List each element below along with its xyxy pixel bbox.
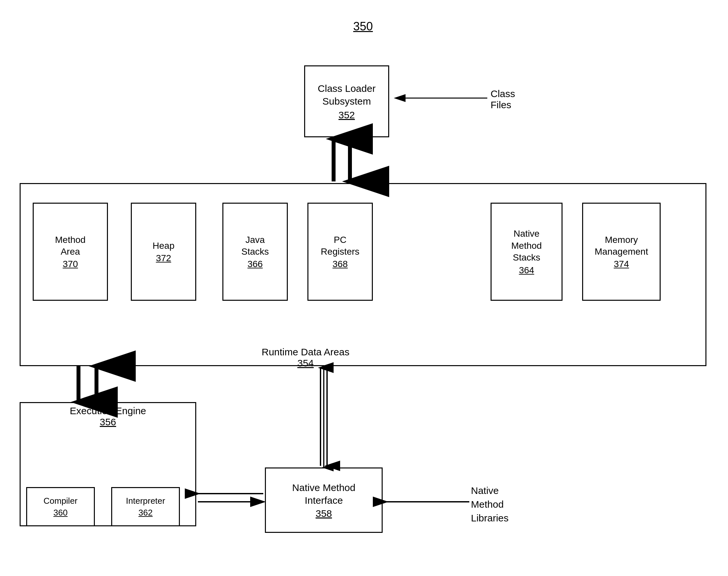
interpreter-box: Interpreter 362 — [111, 487, 180, 526]
class-loader-label: Class LoaderSubsystem — [318, 82, 376, 108]
method-area-label: MethodArea — [55, 234, 85, 258]
interpreter-number: 362 — [138, 508, 152, 518]
class-loader-box: Class LoaderSubsystem 352 — [304, 65, 389, 137]
java-stacks-number: 366 — [248, 259, 263, 269]
native-stacks-box: NativeMethodStacks 364 — [491, 203, 562, 301]
interpreter-label: Interpreter — [126, 496, 165, 507]
runtime-data-areas-label: Runtime Data Areas 354 — [262, 347, 349, 369]
native-stacks-label: NativeMethodStacks — [511, 228, 541, 263]
java-stacks-label: JavaStacks — [241, 234, 269, 258]
runtime-number: 354 — [262, 357, 349, 369]
diagram-title: 350 — [353, 20, 373, 33]
pc-registers-label: PCRegisters — [321, 234, 359, 258]
java-stacks-box: JavaStacks 366 — [222, 203, 288, 301]
compiler-label: Compiler — [44, 496, 78, 507]
execution-engine-label: Execution Engine 356 — [36, 405, 180, 428]
nmi-label: Native MethodInterface — [292, 481, 355, 507]
exec-engine-number: 356 — [36, 416, 180, 428]
pc-registers-number: 368 — [333, 259, 348, 269]
native-stacks-number: 364 — [519, 265, 534, 276]
nmi-number: 358 — [316, 508, 332, 519]
compiler-number: 360 — [53, 508, 67, 518]
method-area-number: 370 — [63, 259, 78, 269]
memory-mgmt-number: 374 — [614, 259, 629, 269]
pc-registers-box: PCRegisters 368 — [307, 203, 373, 301]
memory-mgmt-box: MemoryManagement 374 — [582, 203, 661, 301]
class-loader-number: 352 — [338, 110, 355, 121]
method-area-box: MethodArea 370 — [33, 203, 108, 301]
diagram: 350 Class LoaderSubsystem 352 ClassFiles… — [0, 0, 728, 576]
memory-mgmt-label: MemoryManagement — [594, 234, 648, 258]
heap-label: Heap — [153, 240, 175, 252]
nmi-box: Native MethodInterface 358 — [265, 467, 383, 533]
native-libraries-label: NativeMethodLibraries — [471, 484, 508, 525]
class-files-label: ClassFiles — [491, 88, 515, 111]
compiler-box: Compiler 360 — [26, 487, 95, 526]
heap-number: 372 — [156, 253, 171, 263]
heap-box: Heap 372 — [131, 203, 196, 301]
